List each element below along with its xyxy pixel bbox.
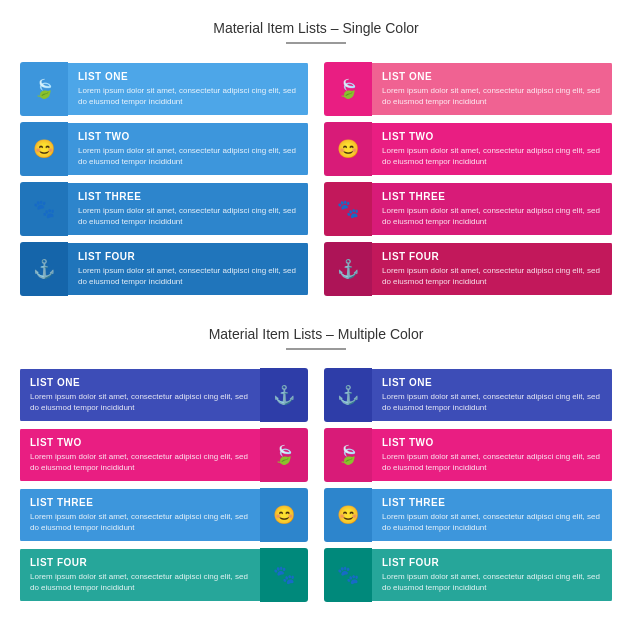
list-icon: ⚓ (324, 242, 372, 296)
list-text: LIST FOUR Lorem ipsum dolor sit amet, co… (68, 243, 308, 295)
list-text: LIST THREE Lorem ipsum dolor sit amet, c… (20, 489, 260, 541)
list-icon: 🐾 (324, 182, 372, 236)
blue-column: 🍃 LIST ONE Lorem ipsum dolor sit amet, c… (20, 62, 308, 296)
list-item: 🍃 LIST ONE Lorem ipsum dolor sit amet, c… (324, 62, 612, 116)
item-title: LIST FOUR (78, 251, 298, 262)
list-item: ⚓ LIST FOUR Lorem ipsum dolor sit amet, … (324, 242, 612, 296)
list-text: LIST THREE Lorem ipsum dolor sit amet, c… (68, 183, 308, 235)
list-item: 😊 LIST TWO Lorem ipsum dolor sit amet, c… (324, 122, 612, 176)
list-icon: 😊 (260, 488, 308, 542)
list-icon: ⚓ (260, 368, 308, 422)
item-title: LIST ONE (382, 377, 602, 388)
item-title: LIST FOUR (30, 557, 250, 568)
item-desc: Lorem ipsum dolor sit amet, consectetur … (382, 451, 602, 473)
item-desc: Lorem ipsum dolor sit amet, consectetur … (382, 265, 602, 287)
item-desc: Lorem ipsum dolor sit amet, consectetur … (382, 85, 602, 107)
multi-left-column: LIST ONE Lorem ipsum dolor sit amet, con… (20, 368, 308, 602)
item-title: LIST FOUR (382, 557, 602, 568)
list-text: LIST TWO Lorem ipsum dolor sit amet, con… (372, 123, 612, 175)
list-text: LIST FOUR Lorem ipsum dolor sit amet, co… (372, 549, 612, 601)
item-desc: Lorem ipsum dolor sit amet, consectetur … (30, 451, 250, 473)
item-desc: Lorem ipsum dolor sit amet, consectetur … (30, 511, 250, 533)
list-item: 🍃 LIST TWO Lorem ipsum dolor sit amet, c… (324, 428, 612, 482)
item-title: LIST TWO (78, 131, 298, 142)
list-item: 🍃 LIST ONE Lorem ipsum dolor sit amet, c… (20, 62, 308, 116)
list-item: ⚓ LIST ONE Lorem ipsum dolor sit amet, c… (324, 368, 612, 422)
list-item: 😊 LIST TWO Lorem ipsum dolor sit amet, c… (20, 122, 308, 176)
list-item: 🐾 LIST FOUR Lorem ipsum dolor sit amet, … (324, 548, 612, 602)
section2-grid: LIST ONE Lorem ipsum dolor sit amet, con… (20, 368, 612, 602)
item-title: LIST THREE (30, 497, 250, 508)
list-text: LIST TWO Lorem ipsum dolor sit amet, con… (20, 429, 260, 481)
list-text: LIST THREE Lorem ipsum dolor sit amet, c… (372, 183, 612, 235)
item-desc: Lorem ipsum dolor sit amet, consectetur … (30, 391, 250, 413)
list-icon: 🐾 (324, 548, 372, 602)
item-desc: Lorem ipsum dolor sit amet, consectetur … (78, 85, 298, 107)
list-text: LIST ONE Lorem ipsum dolor sit amet, con… (372, 63, 612, 115)
item-title: LIST FOUR (382, 251, 602, 262)
list-text: LIST ONE Lorem ipsum dolor sit amet, con… (20, 369, 260, 421)
list-item: 🐾 LIST THREE Lorem ipsum dolor sit amet,… (20, 182, 308, 236)
item-title: LIST TWO (382, 131, 602, 142)
list-item: LIST TWO Lorem ipsum dolor sit amet, con… (20, 428, 308, 482)
list-icon: 🍃 (20, 62, 68, 116)
list-icon: 🐾 (20, 182, 68, 236)
item-desc: Lorem ipsum dolor sit amet, consectetur … (78, 145, 298, 167)
list-item: LIST FOUR Lorem ipsum dolor sit amet, co… (20, 548, 308, 602)
list-item: LIST THREE Lorem ipsum dolor sit amet, c… (20, 488, 308, 542)
item-desc: Lorem ipsum dolor sit amet, consectetur … (30, 571, 250, 593)
list-text: LIST TWO Lorem ipsum dolor sit amet, con… (68, 123, 308, 175)
item-desc: Lorem ipsum dolor sit amet, consectetur … (382, 145, 602, 167)
section2-title: Material Item Lists – Multiple Color (20, 326, 612, 342)
item-title: LIST THREE (382, 191, 602, 202)
list-icon: ⚓ (20, 242, 68, 296)
section1-title: Material Item Lists – Single Color (20, 20, 612, 36)
pink-column: 🍃 LIST ONE Lorem ipsum dolor sit amet, c… (324, 62, 612, 296)
item-title: LIST ONE (382, 71, 602, 82)
section1-grid: 🍃 LIST ONE Lorem ipsum dolor sit amet, c… (20, 62, 612, 296)
item-title: LIST TWO (382, 437, 602, 448)
item-desc: Lorem ipsum dolor sit amet, consectetur … (382, 511, 602, 533)
item-title: LIST ONE (30, 377, 250, 388)
item-title: LIST THREE (78, 191, 298, 202)
item-desc: Lorem ipsum dolor sit amet, consectetur … (78, 205, 298, 227)
list-text: LIST ONE Lorem ipsum dolor sit amet, con… (68, 63, 308, 115)
list-item: LIST ONE Lorem ipsum dolor sit amet, con… (20, 368, 308, 422)
list-icon: 😊 (20, 122, 68, 176)
list-icon: ⚓ (324, 368, 372, 422)
item-desc: Lorem ipsum dolor sit amet, consectetur … (382, 205, 602, 227)
list-icon: 😊 (324, 122, 372, 176)
list-text: LIST ONE Lorem ipsum dolor sit amet, con… (372, 369, 612, 421)
list-text: LIST TWO Lorem ipsum dolor sit amet, con… (372, 429, 612, 481)
item-desc: Lorem ipsum dolor sit amet, consectetur … (78, 265, 298, 287)
list-item: 😊 LIST THREE Lorem ipsum dolor sit amet,… (324, 488, 612, 542)
item-desc: Lorem ipsum dolor sit amet, consectetur … (382, 391, 602, 413)
item-title: LIST ONE (78, 71, 298, 82)
list-item: 🐾 LIST THREE Lorem ipsum dolor sit amet,… (324, 182, 612, 236)
multi-right-column: ⚓ LIST ONE Lorem ipsum dolor sit amet, c… (324, 368, 612, 602)
section2-divider (286, 348, 346, 350)
item-title: LIST THREE (382, 497, 602, 508)
section1-divider (286, 42, 346, 44)
list-icon: 🐾 (260, 548, 308, 602)
list-text: LIST THREE Lorem ipsum dolor sit amet, c… (372, 489, 612, 541)
list-icon: 😊 (324, 488, 372, 542)
list-icon: 🍃 (260, 428, 308, 482)
list-icon: 🍃 (324, 62, 372, 116)
list-item: ⚓ LIST FOUR Lorem ipsum dolor sit amet, … (20, 242, 308, 296)
list-text: LIST FOUR Lorem ipsum dolor sit amet, co… (20, 549, 260, 601)
item-desc: Lorem ipsum dolor sit amet, consectetur … (382, 571, 602, 593)
list-text: LIST FOUR Lorem ipsum dolor sit amet, co… (372, 243, 612, 295)
item-title: LIST TWO (30, 437, 250, 448)
list-icon: 🍃 (324, 428, 372, 482)
